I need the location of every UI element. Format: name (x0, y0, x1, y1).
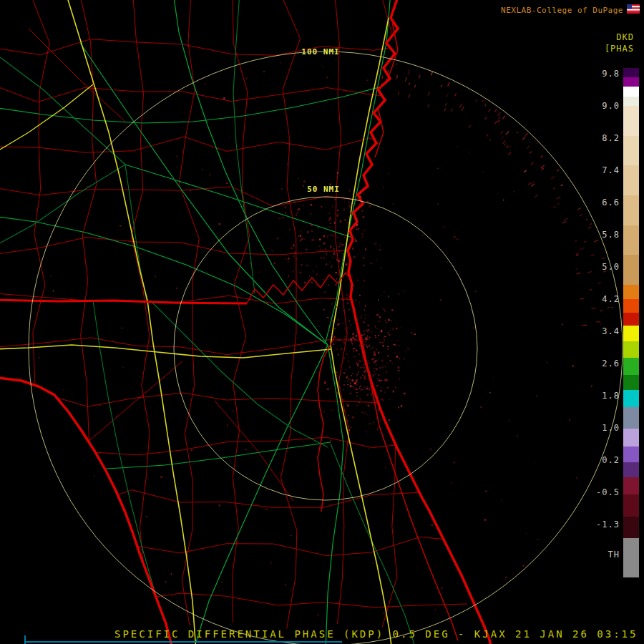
cod-logo-icon (627, 4, 640, 16)
colorbar-segment (623, 358, 639, 375)
legend-value: -0.5 (587, 487, 620, 497)
range-ring-label-100nmi: 100 NMI (296, 47, 346, 57)
attribution-text: NEXLAB-College of DuPage (501, 6, 623, 15)
colorbar-segment (623, 517, 639, 539)
legend-value: 1.0 (587, 423, 620, 433)
legend-header: DKD [PHAS (605, 31, 634, 54)
legend-value: 5.0 (587, 262, 620, 272)
legend-values: 9.89.08.27.46.65.85.04.23.42.61.81.00.2-… (587, 69, 620, 541)
colorbar-segment (623, 429, 639, 446)
range-ring-label-50nmi: 50 NMI (298, 185, 348, 194)
legend-value: 0.2 (587, 455, 620, 465)
legend-product-code: DKD (605, 31, 634, 43)
colorbar-segment (623, 68, 639, 77)
colorbar-segment (623, 255, 639, 285)
radar-map (0, 0, 644, 644)
colorbar-segment (623, 195, 639, 225)
legend-value: 4.2 (587, 294, 620, 304)
radar-screen: 100 NMI 50 NMI NEXLAB-College of DuPage … (0, 0, 644, 644)
colorbar-segment (623, 326, 639, 341)
legend-value: -1.3 (587, 519, 620, 530)
legend-value: 6.6 (587, 197, 620, 208)
colorbar-segment (623, 97, 639, 106)
legend-value: 5.8 (587, 230, 620, 240)
colorbar-segment (623, 447, 639, 462)
colorbar-segment (623, 87, 639, 96)
attribution: NEXLAB-College of DuPage (501, 4, 640, 16)
status-bar: SPECIFIC DIFFERENTIAL PHASE (KDP) 0.5 DE… (114, 628, 638, 640)
colorbar-segment (623, 494, 639, 517)
colorbar-segment (623, 313, 639, 326)
radar-echoes (38, 59, 613, 616)
colorbar-segment (623, 538, 639, 577)
colorbar-segment (623, 225, 639, 255)
threshold-label: TH (587, 550, 620, 560)
colorbar-segment (623, 165, 639, 195)
colorbar-segment (623, 477, 639, 494)
colorbar-segment (623, 462, 639, 477)
legend-value: 8.2 (587, 133, 620, 143)
colorbar-segment (623, 106, 639, 136)
legend-value: 9.0 (587, 101, 620, 111)
colorbar-segment (623, 136, 639, 166)
legend-value: 2.6 (587, 358, 620, 369)
colorbar-segment (623, 285, 639, 299)
legend-value: 1.8 (587, 391, 620, 401)
legend-value: 9.8 (587, 69, 620, 79)
colorbar-segment (623, 407, 639, 429)
colorbar-segment (623, 299, 639, 312)
coastline (0, 0, 492, 644)
colorbar-segment (623, 390, 639, 407)
colorbar-segment (623, 375, 639, 389)
legend-value: 3.4 (587, 326, 620, 336)
colorbar-segment (623, 77, 639, 87)
colorbar (623, 68, 639, 577)
legend-value: 7.4 (587, 165, 620, 175)
colorbar-segment (623, 341, 639, 357)
legend-units-label: [PHAS (605, 43, 634, 54)
